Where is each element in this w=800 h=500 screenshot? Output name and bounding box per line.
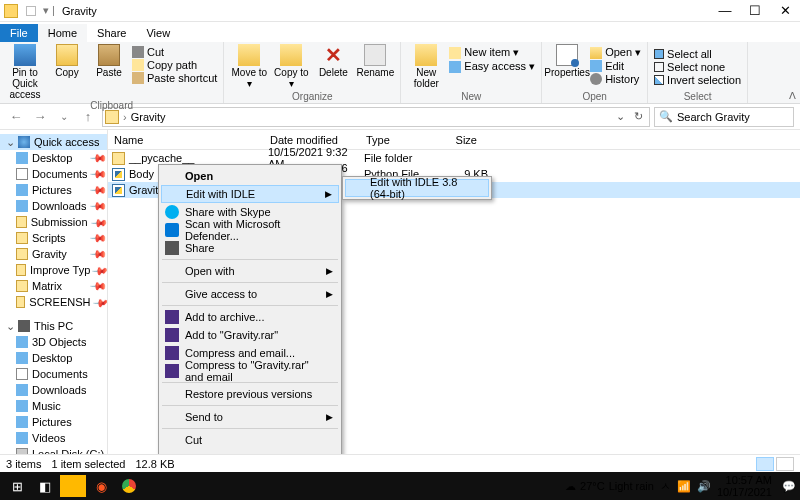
copy-button[interactable]: Copy (48, 44, 86, 78)
nav-icon (16, 184, 28, 196)
history-button[interactable]: History (590, 73, 641, 85)
moveto-button[interactable]: Move to ▾ (230, 44, 268, 89)
clock[interactable]: 10:57 AM10/17/2021 (717, 474, 776, 498)
copyto-button[interactable]: Copy to ▾ (272, 44, 310, 89)
easyaccess-button[interactable]: Easy access ▾ (449, 60, 535, 73)
tray-expand[interactable]: ㅅ (660, 479, 671, 494)
minimize-button[interactable]: — (710, 0, 740, 22)
nav-item[interactable]: Pictures (0, 414, 107, 430)
delete-button[interactable]: ✕Delete (314, 44, 352, 78)
view-large-button[interactable] (776, 457, 794, 471)
ctx-defender[interactable]: Scan with Microsoft Defender... (161, 221, 339, 239)
view-details-button[interactable] (756, 457, 774, 471)
rename-button[interactable]: Rename (356, 44, 394, 78)
col-size[interactable]: Size (432, 134, 484, 146)
nav-item[interactable]: Music (0, 398, 107, 414)
nav-thispc[interactable]: ⌄This PC (0, 318, 107, 334)
ctx-edit-idle[interactable]: Edit with IDLE▶ (161, 185, 339, 203)
context-menu: Open Edit with IDLE▶ Share with Skype Sc… (158, 164, 342, 500)
newitem-button[interactable]: New item ▾ (449, 46, 535, 59)
nav-icon (16, 264, 26, 276)
sound-icon[interactable]: 🔊 (697, 480, 711, 493)
paste-button[interactable]: Paste (90, 44, 128, 78)
nav-pane[interactable]: ⌄Quick access Desktop📌Documents📌Pictures… (0, 130, 108, 467)
refresh-button[interactable]: ↻ (629, 110, 647, 123)
chrome-taskbar-icon[interactable] (116, 475, 142, 497)
notifications-icon[interactable]: 💬 (782, 480, 796, 493)
nav-quickaccess[interactable]: ⌄Quick access (0, 134, 107, 150)
nav-item[interactable]: Matrix📌 (0, 278, 107, 294)
col-type[interactable]: Type (360, 134, 432, 146)
selectnone-button[interactable]: Select none (654, 61, 741, 73)
weather-widget[interactable]: ☁ 27°C Light rain (565, 480, 654, 493)
nav-item[interactable]: Videos (0, 430, 107, 446)
pin-icon: 📌 (92, 294, 108, 310)
copypath-button[interactable]: Copy path (132, 59, 217, 71)
selectall-button[interactable]: Select all (654, 48, 741, 60)
tab-share[interactable]: Share (87, 24, 136, 42)
nav-item[interactable]: Desktop (0, 350, 107, 366)
nav-item[interactable]: SCREENSHOTS📌 (0, 294, 107, 310)
col-name[interactable]: Name (108, 134, 264, 146)
ctx-openwith[interactable]: Open with▶ (161, 262, 339, 280)
pin-quickaccess-button[interactable]: Pin to Quick access (6, 44, 44, 100)
search-input[interactable]: 🔍 Search Gravity (654, 107, 794, 127)
pin-icon: 📌 (91, 261, 108, 278)
rar-icon (165, 310, 179, 324)
invertselection-button[interactable]: Invert selection (654, 74, 741, 86)
qat-icon[interactable] (26, 6, 36, 16)
nav-item[interactable]: Downloads📌 (0, 198, 107, 214)
rename-icon (364, 44, 386, 66)
nav-item[interactable]: Submission P📌 (0, 214, 107, 230)
history-icon (590, 73, 602, 85)
cut-button[interactable]: Cut (132, 46, 217, 58)
share-icon (165, 241, 179, 255)
nav-item[interactable]: Documents (0, 366, 107, 382)
nav-icon (16, 400, 28, 412)
ctx-cut[interactable]: Cut (161, 431, 339, 449)
ctx-share[interactable]: Share (161, 239, 339, 257)
newfolder-button[interactable]: New folder (407, 44, 445, 89)
app-taskbar-icon[interactable]: ◉ (88, 475, 114, 497)
address-dropdown[interactable]: ⌄ (611, 110, 629, 123)
taskview-button[interactable]: ◧ (32, 475, 58, 497)
pin-icon: 📌 (88, 196, 107, 215)
ctx-addarchive[interactable]: Add to archive... (161, 308, 339, 326)
ctx-sendto[interactable]: Send to▶ (161, 408, 339, 426)
start-button[interactable]: ⊞ (4, 475, 30, 497)
ctx-addrar[interactable]: Add to "Gravity.rar" (161, 326, 339, 344)
maximize-button[interactable]: ☐ (740, 0, 770, 22)
properties-button[interactable]: Properties (548, 44, 586, 78)
explorer-taskbar-icon[interactable] (60, 475, 86, 497)
search-placeholder: Search Gravity (677, 111, 750, 123)
nav-item[interactable]: Scripts📌 (0, 230, 107, 246)
tab-home[interactable]: Home (38, 24, 87, 42)
nav-item[interactable]: Pictures📌 (0, 182, 107, 198)
folder-icon (4, 4, 18, 18)
wifi-icon[interactable]: 📶 (677, 480, 691, 493)
nav-icon (16, 232, 28, 244)
nav-item[interactable]: Downloads (0, 382, 107, 398)
tab-file[interactable]: File (0, 24, 38, 42)
submenu-idle-38[interactable]: Edit with IDLE 3.8 (64-bit) (345, 179, 489, 197)
nav-item[interactable]: Improve Typing📌 (0, 262, 107, 278)
nav-item[interactable]: Gravity📌 (0, 246, 107, 262)
qat-dropdown[interactable]: ▾ | (40, 4, 58, 17)
edit-button[interactable]: Edit (590, 60, 641, 72)
open-button[interactable]: Open ▾ (590, 46, 641, 59)
edit-icon (590, 60, 602, 72)
ctx-giveaccess[interactable]: Give access to▶ (161, 285, 339, 303)
close-button[interactable]: ✕ (770, 0, 800, 22)
collapse-ribbon-button[interactable]: ᐱ (789, 90, 796, 101)
nav-item[interactable]: Desktop📌 (0, 150, 107, 166)
col-date[interactable]: Date modified (264, 134, 360, 146)
ctx-restore[interactable]: Restore previous versions (161, 385, 339, 403)
ctx-open[interactable]: Open (161, 167, 339, 185)
breadcrumb-folder[interactable]: Gravity (131, 111, 166, 123)
file-icon (112, 184, 125, 197)
paste-shortcut-button[interactable]: Paste shortcut (132, 72, 217, 84)
ctx-compressrar[interactable]: Compress to "Gravity.rar" and email (161, 362, 339, 380)
tab-view[interactable]: View (136, 24, 180, 42)
nav-item[interactable]: Documents📌 (0, 166, 107, 182)
nav-item[interactable]: 3D Objects (0, 334, 107, 350)
